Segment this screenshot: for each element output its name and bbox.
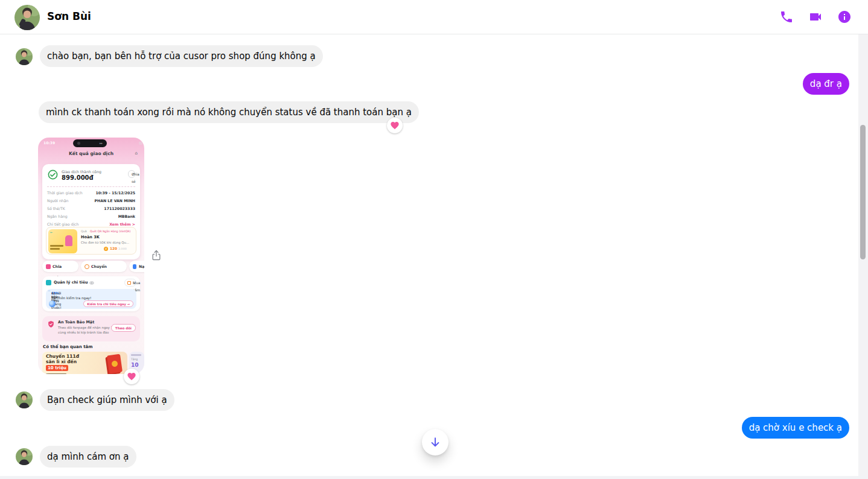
message-bubble-incoming[interactable]: mình ck thanh toán xong rồi mà nó không … <box>39 101 419 123</box>
detail-row: Thời gian giao dịch10:39 - 15/12/2025 <box>47 189 135 197</box>
message-bubble-outgoing[interactable]: dạ chờ xíu e check ạ <box>742 417 849 439</box>
avatar-photo <box>16 48 33 65</box>
shield-icon <box>47 320 55 328</box>
voucher-card: ← Quà Quét QR Ngân Hàng (VietQR) Hoàn 3K… <box>46 227 136 255</box>
promo-amount-chip: 10 triệu <box>46 365 68 371</box>
video-call-button[interactable] <box>808 10 823 24</box>
scrollbar-track[interactable] <box>858 34 868 479</box>
message-bubble-incoming[interactable]: chào bạn, bạn bên hỗ trợ của cusor pro s… <box>40 45 323 67</box>
detail-row: Số thẻ/TK171120023333 <box>47 205 135 213</box>
follow-button: Theo dõi <box>111 324 136 332</box>
spending-icon <box>46 280 51 285</box>
detail-row: Người nhậnPHAN LE VAN MINH <box>47 197 135 205</box>
pink-heart-icon <box>390 121 400 130</box>
message-bubble-incoming[interactable]: dạ mình cám ơn ạ <box>40 446 136 468</box>
shopping-bag-icon <box>127 281 131 285</box>
video-camera-icon <box>808 10 823 24</box>
phone-icon <box>779 10 794 24</box>
message-bubble-outgoing[interactable]: dạ đr ạ <box>803 73 849 95</box>
sender-avatar[interactable] <box>16 392 33 408</box>
spending-filter: Mua sắm ⌄ <box>124 279 136 287</box>
coin-icon: đ <box>104 247 108 251</box>
transaction-status: Giao dịch thành công <box>62 170 101 174</box>
voucher-illustration: ← <box>48 229 77 253</box>
voice-call-button[interactable] <box>779 10 794 24</box>
contact-name[interactable]: Sơn Bùi <box>47 10 91 22</box>
scroll-to-bottom-button[interactable] <box>422 429 448 455</box>
transaction-card: Giao dịch thành công 899.000đ Chia sẻ ↗ … <box>42 164 140 259</box>
action-chia-tien: Chia tiền › <box>42 261 78 272</box>
sender-avatar[interactable] <box>16 448 33 465</box>
red-envelope-illustration <box>107 354 123 374</box>
forward-message-button[interactable] <box>150 249 162 261</box>
home-icon: ⌂ <box>135 151 138 156</box>
detail-row: Ngân hàngMBBank <box>47 213 135 221</box>
sender-avatar[interactable] <box>16 48 33 65</box>
spending-alert-panel: “ ⚠ Chi tiêu tăng 15% so với ngày này th… <box>46 289 136 309</box>
chat-header: Sơn Bùi <box>0 0 868 34</box>
security-panel: An Toàn Bảo Mật Theo dõi fanpage để nhận… <box>42 316 140 341</box>
image-attachment-bank-receipt[interactable]: 10:39 ▸▸ Kết quả giao dịch ⌂ Giao dịch t… <box>38 138 144 374</box>
spending-cta: Kiểm tra chi tiêu ngay → <box>83 300 133 307</box>
promo-banner: Chuyển 111đ săn lì xì đến 10 triệu <box>42 352 127 374</box>
voucher-desc: Cho đơn từ 50K khi dùng Qu... <box>81 241 129 244</box>
voucher-tag: Quà <box>81 230 87 233</box>
info-icon <box>837 10 852 24</box>
avatar-photo <box>16 392 33 408</box>
avatar-photo <box>16 448 33 465</box>
coin-value: 120 <box>110 247 117 250</box>
dong-circle-icon <box>85 264 89 269</box>
avatar-photo <box>14 5 40 30</box>
phone-topup-icon <box>133 264 136 269</box>
conversation-info-button[interactable] <box>837 10 852 24</box>
voucher-source: Quét QR Ngân Hàng (VietQR) <box>90 230 130 233</box>
messenger-window: Sơn Bùi chào bạn, bạn bên hỗ trợ của cus… <box>0 0 868 479</box>
receipt-screen-title: Kết quả giao dịch <box>38 151 144 156</box>
reaction-badge[interactable] <box>387 118 403 133</box>
mascot-icon <box>49 300 56 307</box>
scrollbar-thumb[interactable] <box>860 125 866 259</box>
composer-top-edge <box>0 476 868 479</box>
message-bubble-incoming[interactable]: Bạn check giúp mình với ạ <box>40 389 174 411</box>
suggest-heading: Có thể bạn quan tâm <box>43 344 93 349</box>
share-icon <box>150 249 162 261</box>
caret-down-icon: ⌄ <box>133 279 136 287</box>
phone-dynamic-island: ▸▸ <box>73 139 107 147</box>
action-chuyen-them: Chuyển thêm › <box>81 261 127 272</box>
dashed-divider <box>47 186 135 187</box>
share-receipt-button: Chia sẻ ↗ <box>128 170 135 178</box>
reaction-badge[interactable] <box>124 369 139 384</box>
spending-title: Quản lý chi tiêu <box>54 280 88 285</box>
coin-subvalue: 3.000 <box>118 247 127 250</box>
security-title: An Toàn Bảo Mật <box>58 320 94 325</box>
contact-avatar[interactable] <box>14 5 40 30</box>
transaction-amount: 899.000đ <box>62 174 94 181</box>
success-check-icon <box>48 170 58 180</box>
phone-status-time: 10:39 <box>43 141 55 145</box>
eye-icon <box>89 281 94 285</box>
split-bill-icon <box>46 264 51 269</box>
pink-heart-icon <box>127 372 136 381</box>
voucher-title: Hoàn 3K <box>81 235 100 240</box>
share-arrow-icon: ↗ <box>132 171 135 178</box>
arrow-down-icon <box>429 436 441 448</box>
action-nap: Nạp <box>129 261 144 272</box>
spending-card: Quản lý chi tiêu Mua sắm ⌄ “ ⚠ Chi tiêu … <box>42 276 140 311</box>
